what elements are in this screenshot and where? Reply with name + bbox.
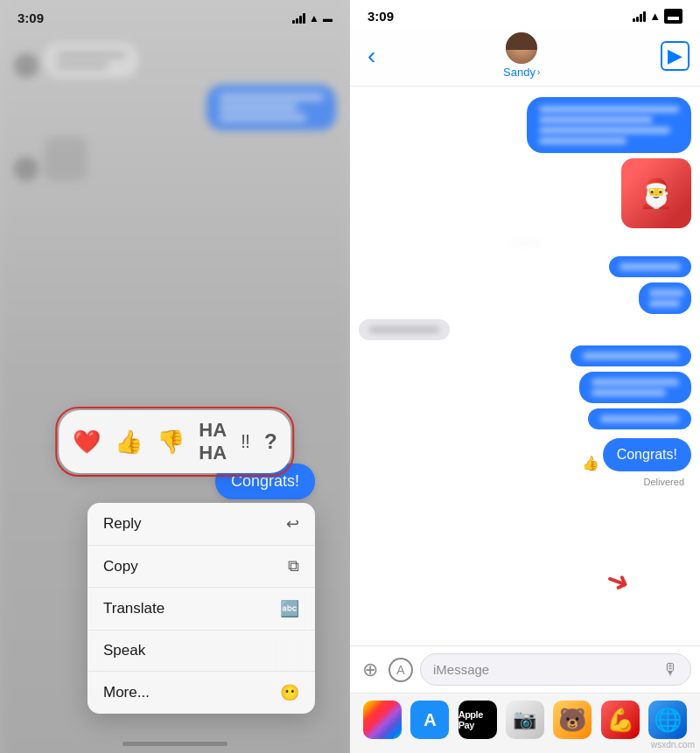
context-menu-copy-label: Copy [103,558,138,575]
dock-animoji[interactable]: 🐻 [553,701,592,739]
left-status-icons: ▲ ▬ [292,12,332,24]
video-call-button[interactable]: ▶ [661,41,690,71]
med-bubble-1 [570,345,691,366]
context-menu-reply-label: Reply [103,515,141,533]
delivered-label: Delivered [359,477,691,487]
message-row-6 [359,408,691,429]
message-row-1 [359,97,691,153]
context-menu-reply-icon: ↩ [286,514,299,533]
blurred-blue-bubble [206,85,336,130]
signal-icon [292,13,305,24]
wifi-icon: ▲ [309,12,319,24]
message-row-image: 🎅 [359,158,691,228]
left-status-bar: 3:09 ▲ ▬ [0,0,350,25]
reaction-thumbsup[interactable]: 👍 [115,429,143,456]
reaction-bar[interactable]: ❤️ 👍 👎 HA HA ‼ ? [59,410,290,473]
imessage-placeholder: iMessage [433,662,489,677]
message-bubble-out-1 [527,97,691,153]
blurred-avatar-2 [14,157,38,181]
app-dock: A Apple Pay 📷 🐻 💪 🌐 [350,693,700,753]
appstore-button[interactable]: A [388,658,413,682]
nav-center[interactable]: Sandy › [503,32,540,79]
thumbs-up-reaction: 👍 [582,455,599,471]
input-bar: ⊕ A iMessage 🎙 [350,645,700,693]
reaction-question[interactable]: ? [264,429,277,454]
context-menu-speak-label: Speak [103,642,145,659]
reaction-haha[interactable]: HA HA [199,419,227,464]
dock-memoji-cam[interactable]: 📷 [506,701,544,739]
context-menu-copy-icon: ⧉ [288,557,299,575]
context-menu-more-icon: 😶 [280,683,299,702]
imessage-input[interactable]: iMessage 🎙 [420,653,691,686]
incoming-bubble [359,319,450,340]
left-content: 3:09 ▲ ▬ [0,0,350,753]
context-menu-translate-icon: 🔤 [280,599,299,618]
reaction-bar-container: ❤️ 👍 👎 HA HA ‼ ? [55,407,294,477]
nav-bar: ‹ Sandy › ▶ [350,27,700,87]
video-icon: ▶ [668,45,682,66]
blurred-avatar [14,53,38,78]
blurred-chat-area [0,25,350,181]
reaction-bar-outline: ❤️ 👍 👎 HA HA ‼ ? [55,407,294,477]
blurred-bubble-left-2 [14,137,336,181]
contact-name[interactable]: Sandy › [503,66,540,79]
context-menu-more[interactable]: More... 😶 [88,672,315,714]
camera-button[interactable]: ⊕ [359,655,382,685]
right-time: 3:09 [368,9,394,24]
context-menu-reply[interactable]: Reply ↩ [88,503,315,546]
dock-appstore[interactable]: A [410,701,449,739]
dock-photos[interactable] [363,701,402,739]
message-row-4 [359,345,691,366]
blurred-bubble-right-1 [14,85,336,130]
nav-chevron: › [537,67,540,77]
contact-avatar [506,32,537,64]
message-row-3 [359,282,691,314]
home-indicator-left [122,742,228,746]
back-button[interactable]: ‹ [360,38,382,73]
left-panel: 3:09 ▲ ▬ [0,0,350,753]
right-status-icons: ▲ ▬ [633,9,682,24]
right-wifi-icon: ▲ [649,10,661,23]
context-menu-more-label: More... [103,684,150,701]
message-row-2 [359,256,691,277]
blurred-gray-bubble [44,43,138,78]
timestamp-divider: ·· ···· ··· [359,237,691,248]
right-signal-icon [633,11,646,22]
right-status-bar: 3:09 ▲ ▬ [350,0,700,27]
context-menu-translate-label: Translate [103,600,164,617]
dock-fitness[interactable]: 💪 [601,701,640,739]
left-time: 3:09 [18,10,44,25]
right-panel: 3:09 ▲ ▬ ‹ Sandy › ▶ [350,0,700,753]
watermark: wsxdn.com [651,740,695,750]
message-image: 🎅 [621,158,691,228]
messages-area[interactable]: 🎅 ·· ···· ··· [350,87,700,645]
reaction-thumbsdown[interactable]: 👎 [157,429,185,456]
dock-globe[interactable]: 🌐 [648,701,687,739]
mic-icon[interactable]: 🎙 [662,660,678,679]
message-row-incoming [359,319,691,340]
battery-icon: ▬ [323,13,332,24]
context-menu: Reply ↩ Copy ⧉ Translate 🔤 Speak More...… [88,503,315,714]
reaction-exclaim[interactable]: ‼ [241,430,250,453]
context-menu-translate[interactable]: Translate 🔤 [88,588,315,631]
right-battery-icon: ▬ [664,9,682,24]
congrats-row: 👍 Congrats! [359,438,691,471]
blurred-bubble-left-1 [14,43,336,78]
congrats-bubble: Congrats! [603,438,691,471]
med-bubble-2 [579,372,691,403]
reaction-heart[interactable]: ❤️ [73,429,101,456]
context-menu-speak[interactable]: Speak [88,631,315,672]
small-bubble-1 [609,256,691,277]
avatar-hair [506,32,537,50]
med-bubble-3 [588,408,691,429]
small-bubble-2 [639,282,691,314]
context-menu-copy[interactable]: Copy ⧉ [88,546,315,588]
dock-applepay[interactable]: Apple Pay [458,701,497,739]
avatar-face [506,32,537,64]
message-row-5 [359,372,691,403]
